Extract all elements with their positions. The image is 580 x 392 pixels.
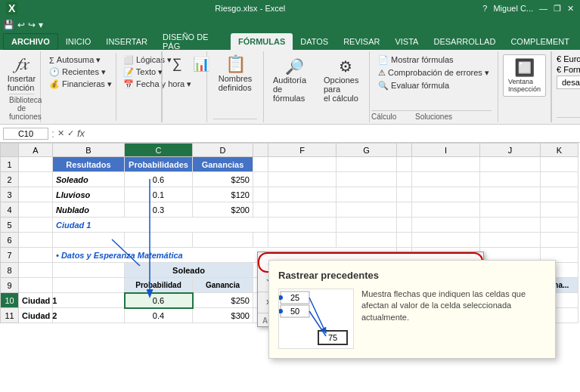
cell-j5[interactable] (541, 218, 578, 233)
opciones-calculo-button[interactable]: ⚙ Opciones parael cálculo (321, 56, 370, 104)
col-header-j[interactable]: J (480, 144, 541, 157)
cell-e1[interactable] (253, 157, 268, 172)
cell-a3[interactable] (19, 187, 53, 202)
cell-d9[interactable]: Ganancia (193, 278, 253, 293)
cell-h1[interactable] (397, 157, 412, 172)
close-button[interactable]: ✕ (567, 4, 574, 14)
cell-b5[interactable]: Ciudad 1 (53, 218, 268, 233)
cell-c4[interactable]: 0.3 (125, 202, 193, 218)
cell-d2[interactable]: $250 (193, 172, 253, 187)
cell-a4[interactable] (19, 202, 53, 218)
cell-a10[interactable]: Ciudad 1 (19, 293, 53, 308)
cell-a11[interactable]: Ciudad 2 (19, 308, 53, 323)
cell-d11[interactable]: $300 (193, 308, 253, 323)
cell-a8[interactable] (19, 263, 53, 278)
mostrar-formulas-button[interactable]: 📄 Mostrar fórmulas (376, 54, 456, 66)
cell-e2[interactable] (253, 172, 268, 187)
customize-qa-icon[interactable]: ▾ (39, 20, 43, 30)
insertar-funcion-button[interactable]: 𝑓𝑥 Insertarfunción (4, 53, 40, 94)
tab-inicio[interactable]: INICIO (58, 33, 99, 50)
cell-d1[interactable]: Ganancias (193, 157, 253, 172)
cell-k4[interactable] (541, 202, 578, 218)
cell-g6[interactable] (337, 233, 397, 248)
tab-archivo[interactable]: ARCHIVO (3, 33, 58, 50)
autosuma-button[interactable]: Σ Autosuma ▾ (47, 54, 114, 66)
cell-j2[interactable] (480, 172, 541, 187)
tab-diseno[interactable]: DISEÑO DE PÁG (155, 33, 231, 50)
cell-c6[interactable] (125, 233, 193, 248)
cell-k2[interactable] (541, 172, 578, 187)
minimize-button[interactable]: — (539, 4, 547, 13)
cell-i5[interactable] (480, 218, 541, 233)
col-header-d[interactable]: D (193, 144, 253, 157)
redo-icon[interactable]: ↩ (28, 20, 36, 30)
cell-a9[interactable] (19, 278, 53, 293)
cell-k6[interactable] (541, 233, 578, 248)
recientes-button[interactable]: 🕐 Recientes ▾ (47, 66, 114, 78)
cell-f1[interactable] (268, 157, 337, 172)
cell-h4[interactable] (397, 202, 412, 218)
comprobacion-errores-button[interactable]: ⚠ Comprobación de errores ▾ (376, 67, 492, 79)
cell-f2[interactable] (268, 172, 337, 187)
undo-icon[interactable]: ↩ (17, 20, 25, 30)
col-header-b[interactable]: B (53, 144, 125, 157)
cell-i3[interactable] (412, 187, 480, 202)
cell-b1[interactable]: Resultados (53, 157, 125, 172)
cell-f5[interactable] (337, 218, 397, 233)
tab-vista[interactable]: VISTA (387, 33, 426, 50)
cell-c9[interactable]: Probabilidad (125, 278, 193, 293)
cell-b11[interactable] (53, 308, 125, 323)
cell-j6[interactable] (480, 233, 541, 248)
euroconversion-button[interactable]: € Euroconversión (557, 54, 580, 63)
cell-i2[interactable] (412, 172, 480, 187)
tab-complement[interactable]: COMPLEMENT (503, 33, 577, 50)
cell-j3[interactable] (480, 187, 541, 202)
cell-g1[interactable] (337, 157, 397, 172)
cancel-formula-icon[interactable]: ✕ (57, 128, 64, 138)
cell-h3[interactable] (397, 187, 412, 202)
cell-e6[interactable] (253, 233, 268, 248)
cell-g2[interactable] (337, 172, 397, 187)
col-header-g[interactable]: G (337, 144, 397, 157)
cell-c11[interactable]: 0.4 (125, 308, 193, 323)
cell-e4[interactable] (253, 202, 268, 218)
tab-formulas[interactable]: FÓRMULAS (231, 33, 293, 50)
evaluar-formula-button[interactable]: 🔍 Evaluar fórmula (376, 80, 451, 91)
cell-a5[interactable] (19, 218, 53, 233)
cell-a6[interactable] (19, 233, 53, 248)
cell-c3[interactable]: 0.1 (125, 187, 193, 202)
cell-g3[interactable] (337, 187, 397, 202)
cell-d3[interactable]: $120 (193, 187, 253, 202)
tab-revisar[interactable]: REVISAR (336, 33, 387, 50)
cell-reference-box[interactable] (3, 128, 48, 140)
tab-datos[interactable]: DATOS (293, 33, 336, 50)
cell-g4[interactable] (337, 202, 397, 218)
col-header-e[interactable] (253, 144, 268, 157)
cell-d4[interactable]: $200 (193, 202, 253, 218)
cell-f4[interactable] (268, 202, 337, 218)
cell-e5[interactable] (268, 218, 337, 233)
col-header-a[interactable]: A (19, 144, 53, 157)
cell-a1[interactable] (19, 157, 53, 172)
cell-i1[interactable] (412, 157, 480, 172)
confirm-formula-icon[interactable]: ✓ (67, 128, 74, 138)
col-header-c[interactable]: C (125, 144, 193, 157)
cell-b10[interactable] (53, 293, 125, 308)
restore-button[interactable]: ❐ (554, 4, 561, 14)
nombres-definidos-button[interactable]: 📋 Nombresdefinidos (216, 53, 256, 94)
formato-euro-button[interactable]: € Formato de euro (557, 65, 580, 74)
cell-a7[interactable] (19, 248, 53, 263)
tab-desarrollad[interactable]: DESARROLLAD (426, 33, 503, 50)
cell-e3[interactable] (253, 187, 268, 202)
matematicas-button[interactable]: ∑ (166, 54, 188, 74)
col-header-k[interactable]: K (541, 144, 578, 157)
help-icon[interactable]: ? (482, 4, 487, 13)
cell-d10[interactable]: $250 (193, 293, 253, 308)
cell-b2[interactable]: Soleado (53, 172, 125, 187)
euro-select[interactable]: desactivar (557, 76, 580, 89)
cell-f3[interactable] (268, 187, 337, 202)
cell-g5[interactable] (397, 218, 412, 233)
tab-insertar[interactable]: INSERTAR (98, 33, 155, 50)
cell-b8[interactable] (53, 263, 125, 278)
cell-j1[interactable] (480, 157, 541, 172)
